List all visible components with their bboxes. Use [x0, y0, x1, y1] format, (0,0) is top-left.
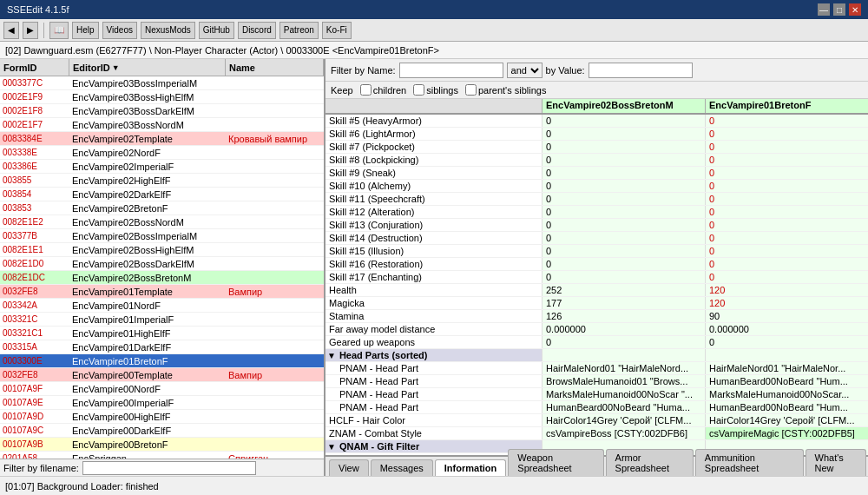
list-row[interactable]: 0201A58EncSprigganСпригган: [0, 452, 324, 459]
tab-view[interactable]: View: [329, 459, 369, 476]
toolbar-nexusmods-button[interactable]: NexusMods: [141, 22, 195, 39]
grid-row: Skill #9 (Sneak)00: [326, 167, 868, 180]
list-row[interactable]: 00107A9BEncVampire00BretonF: [0, 438, 324, 452]
list-row[interactable]: 0082E1DCEncVampire02BossBretonM: [0, 271, 324, 285]
tab-ammunition-spreadsheet[interactable]: Ammunition Spreadsheet: [695, 449, 804, 476]
toolbar-nav-back[interactable]: ◀: [3, 22, 19, 39]
grid-row-label: PNAM - Head Part: [326, 375, 542, 387]
cell-name: Вампир: [226, 287, 324, 297]
list-row[interactable]: 00107A9DEncVampire00HighElfF: [0, 410, 324, 424]
list-row[interactable]: 0082E1E2EncVampire02BossNordM: [0, 215, 324, 229]
list-row[interactable]: 003386EEncVampire02ImperialF: [0, 160, 324, 174]
toolbar-patreon-button[interactable]: Patreon: [279, 22, 319, 39]
grid-header-col1: EncVampire02BossBretonM: [542, 99, 706, 113]
minimize-button[interactable]: —: [818, 3, 830, 16]
cell-editorid: EncVampire00ImperialF: [69, 398, 226, 408]
toolbar-discord-button[interactable]: Discord: [238, 22, 276, 39]
grid-val2: HumanBeard00NoBeard "Hum...: [706, 375, 868, 387]
keep-siblings-item: siblings: [413, 84, 458, 96]
list-row[interactable]: 003338EEncVampire02NordF: [0, 146, 324, 160]
list-row[interactable]: 0082E1E1EncVampire02BossHighElfM: [0, 243, 324, 257]
keep-parent-siblings-checkbox[interactable]: [465, 84, 477, 96]
close-button[interactable]: ✕: [849, 3, 861, 16]
toolbar-github-button[interactable]: GitHub: [199, 22, 234, 39]
list-row[interactable]: 0002E1F9EncVampire03BossHighElfM: [0, 90, 324, 104]
toolbar-nav-forward[interactable]: ▶: [23, 22, 38, 39]
cell-editorid: EncVampire01BretonF: [69, 356, 226, 366]
left-list[interactable]: 0003377CEncVampire03BossImperialM0002E1F…: [0, 76, 324, 459]
keep-siblings-checkbox[interactable]: [413, 84, 424, 96]
list-row[interactable]: 003321C1EncVampire01HighElfF: [0, 327, 324, 340]
cell-formid: 0002E1F7: [0, 120, 69, 129]
and-select[interactable]: and or: [507, 63, 542, 78]
list-row[interactable]: 003377BEncVampire02BossImperialM: [0, 229, 324, 243]
list-row[interactable]: 0032FE8EncVampire00TemplateВампир: [0, 368, 324, 382]
grid-val1: 0: [542, 219, 706, 231]
list-row[interactable]: 00107A9EEncVampire00ImperialF: [0, 396, 324, 410]
grid-val2: 0: [706, 336, 868, 348]
grid-val1: 0: [542, 336, 706, 348]
list-row[interactable]: 00107A9CEncVampire00DarkElfF: [0, 424, 324, 438]
toolbar-help-button[interactable]: Help: [72, 22, 99, 39]
list-row[interactable]: 00107A9FEncVampire00NordF: [0, 382, 324, 396]
grid-val1: HumanBeard00NoBeard "Huma...: [542, 401, 706, 413]
tab-weapon-spreadsheet[interactable]: Weapon Spreadsheet: [508, 449, 603, 476]
toolbar-kofi-button[interactable]: Ko-Fi: [322, 22, 352, 39]
tab-messages[interactable]: Messages: [371, 459, 433, 476]
grid-row-label: PNAM - Head Part: [326, 362, 542, 374]
grid-val1: BrowsMaleHumanoid01 "Brows...: [542, 375, 706, 387]
left-panel: FormID EditorID ▼ Name 0003377CEncVampir…: [0, 59, 326, 476]
cell-formid: 003386E: [0, 162, 69, 171]
grid-val2: 0: [706, 167, 868, 179]
filter-value-input[interactable]: [589, 63, 693, 78]
grid-val2: 0: [706, 141, 868, 153]
data-grid[interactable]: EncVampire02BossBretonM EncVampire01Bret…: [326, 99, 868, 455]
list-row[interactable]: 0082E1D0EncVampire02BossDarkElfM: [0, 257, 324, 271]
grid-val2: MarksMaleHumanoid00NoScar...: [706, 388, 868, 400]
list-row[interactable]: 003315AEncVampire01DarkElfF: [0, 340, 324, 354]
list-row[interactable]: 003342AEncVampire01NordF: [0, 299, 324, 313]
pathbar: [02] Dawnguard.esm (E6277F77) \ Non-Play…: [0, 42, 868, 59]
toolbar-videos-button[interactable]: Videos: [102, 22, 137, 39]
toolbar-separator: [43, 23, 44, 38]
expand-icon[interactable]: ▼: [327, 351, 336, 360]
list-row[interactable]: 0003377CEncVampire03BossImperialM: [0, 76, 324, 90]
list-row[interactable]: 003853EncVampire02BretonF: [0, 201, 324, 215]
maximize-button[interactable]: □: [833, 3, 845, 16]
toolbar-book-icon[interactable]: 📖: [49, 22, 69, 39]
tab-what's-new[interactable]: What's New: [806, 449, 866, 476]
grid-val2: csVampireMagic [CSTY:002DFB5]: [706, 427, 868, 439]
tab-information[interactable]: Information: [435, 459, 507, 476]
expand-icon[interactable]: ▼: [327, 442, 336, 452]
tab-armor-spreadsheet[interactable]: Armor Spreadsheet: [606, 449, 694, 476]
grid-row-label: Health: [326, 284, 542, 296]
grid-row: Skill #6 (LightArmor)00: [326, 128, 868, 141]
list-row[interactable]: 003321CEncVampire01ImperialF: [0, 313, 324, 327]
grid-val1: 0: [542, 167, 706, 179]
filter-name-input[interactable]: [399, 63, 503, 78]
right-panel: Filter by Name: and or by Value: Keep ch…: [326, 59, 868, 476]
grid-val2: HumanBeard00NoBeard "Hum...: [706, 401, 868, 413]
grid-row: Skill #8 (Lockpicking)00: [326, 154, 868, 167]
grid-val1: 0: [542, 193, 706, 205]
list-row[interactable]: 0083384EEncVampire02TemplateКровавый вам…: [0, 132, 324, 146]
grid-val1: 0.000000: [542, 323, 706, 335]
list-row[interactable]: 0002E1F7EncVampire03BossNordM: [0, 118, 324, 132]
keep-children-label: children: [373, 85, 407, 96]
cell-formid: 0083384E: [0, 134, 69, 143]
list-row[interactable]: 0002E1F8EncVampire03BossDarkElfM: [0, 104, 324, 118]
filter-value-label: by Value:: [546, 65, 585, 76]
grid-val1: 0: [542, 115, 706, 127]
filter-filename-input[interactable]: [82, 461, 256, 475]
cell-formid: 0002E1F8: [0, 106, 69, 116]
list-row[interactable]: 003854EncVampire02DarkElfF: [0, 188, 324, 201]
keep-children-checkbox[interactable]: [360, 84, 372, 96]
grid-row: PNAM - Head PartHairMaleNord01 "HairMale…: [326, 362, 868, 375]
list-row[interactable]: 003855EncVampire02HighElfF: [0, 174, 324, 188]
grid-row: Skill #10 (Alchemy)00: [326, 180, 868, 193]
cell-formid: 0082E1D0: [0, 259, 69, 268]
list-row[interactable]: 0032FE8EncVampire01TemplateВампир: [0, 285, 324, 299]
grid-row: Skill #16 (Restoration)00: [326, 258, 868, 271]
list-row[interactable]: 0003300EEncVampire01BretonF: [0, 354, 324, 368]
grid-row: Geared up weapons00: [326, 336, 868, 349]
